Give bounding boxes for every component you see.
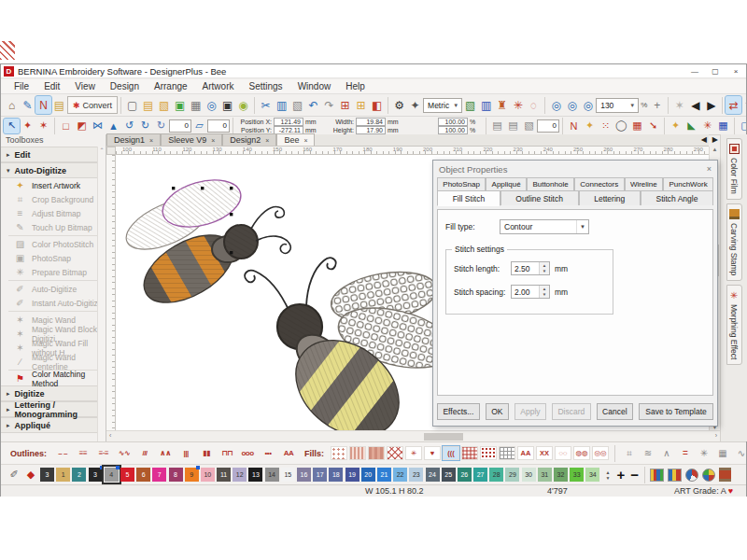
color-swatch-2[interactable]: 2 [72, 468, 86, 482]
pan-icon[interactable]: + [649, 96, 665, 114]
hoop-position-icon[interactable]: ▧ [521, 119, 537, 133]
outline-letters[interactable]: AA [279, 446, 298, 460]
magic-wand-select-icon[interactable]: ✶ [35, 119, 51, 133]
design-centre-icon[interactable]: ◌ [526, 96, 542, 114]
menu-file[interactable]: File [7, 81, 36, 91]
color-swatch-19[interactable]: 19 [345, 468, 359, 482]
outline-bars[interactable]: ||| [176, 446, 195, 460]
stitch-field-input[interactable]: 2.00▲▼ [511, 285, 550, 299]
color-swatch-29[interactable]: 29 [505, 468, 519, 482]
color-swatch-11[interactable]: 11 [217, 468, 231, 482]
toolbox-section-digitize[interactable]: ▸Digitize [1, 385, 106, 401]
polygon-select-icon[interactable]: ✦ [20, 119, 35, 133]
undo-icon[interactable]: ↶ [305, 96, 321, 114]
outline-dash-dot[interactable]: ≡·≡ [94, 446, 113, 460]
fill-flower[interactable]: ✳ [405, 446, 422, 460]
outline-dash[interactable]: – – [53, 446, 72, 460]
rotate-cw-45-icon[interactable]: ↻ [137, 119, 153, 133]
color-swatch-24[interactable]: 24 [426, 468, 440, 482]
menu-help[interactable]: Help [338, 81, 373, 91]
paste-icon[interactable]: ▧ [289, 96, 305, 114]
thread-spool-icon[interactable] [719, 468, 731, 482]
canvas-horizontal-scrollbar[interactable]: ‹ › [106, 430, 720, 441]
fill-waves[interactable]: ((( [443, 446, 459, 460]
hoop-outline-icon[interactable]: ▢ [738, 119, 746, 133]
toolbox-item-color-matching-method[interactable]: ⚑Color Matching Method [1, 371, 106, 385]
panel-tab-morphing-effect[interactable]: ✳Morphing Effect [726, 285, 742, 365]
color-swatch-32[interactable]: 32 [554, 468, 568, 482]
hoop-template-icon[interactable]: ▤ [489, 119, 505, 133]
menu-edit[interactable]: Edit [36, 81, 67, 91]
hscroll-thumb[interactable] [424, 433, 463, 441]
color-swatch-34[interactable]: 34 [585, 468, 599, 482]
design-tab-design1[interactable]: Design1× [106, 133, 161, 146]
morphing-effect-icon[interactable]: ✳ [510, 96, 526, 114]
rotate-angle-input[interactable]: 0 [169, 119, 191, 133]
zoom-select[interactable]: 130▼ [596, 98, 639, 113]
menu-settings[interactable]: Settings [241, 81, 289, 91]
color-swatch-13[interactable]: 13 [248, 468, 262, 482]
effect-mesh-icon[interactable]: ▦ [714, 446, 731, 460]
next-object-icon[interactable]: ▶ [703, 96, 719, 114]
carving-stamp-icon[interactable]: ♜ [494, 96, 510, 114]
hoop-settings-icon[interactable]: ✦ [407, 96, 423, 114]
pattern-fill-icon[interactable]: ▦ [629, 119, 645, 133]
new-design-icon[interactable]: ▢ [124, 96, 140, 114]
color-swatch-9[interactable]: 9 [185, 468, 199, 482]
chevron-down-icon[interactable]: ▼ [576, 220, 588, 233]
toolbox-section-appliqu-[interactable]: ▸Appliqué [1, 417, 106, 433]
color-swatch-22[interactable]: 22 [393, 468, 407, 482]
zoom-1to1-icon[interactable]: ◎ [548, 96, 564, 114]
toolbox-section-lettering-monogramming[interactable]: ▸Lettering / Monogramming [1, 401, 106, 417]
color-swatch-28[interactable]: 28 [489, 468, 503, 482]
color-swatch-3[interactable]: 3 [89, 468, 103, 482]
color-swatch-23[interactable]: 23 [409, 468, 423, 482]
toolboxes-scrollbar[interactable]: ⌃ [97, 147, 106, 441]
insert-embroidery-icon[interactable]: ⊞ [353, 96, 369, 114]
hoop-icon[interactable]: ◉ [235, 96, 251, 114]
color-swatch-27[interactable]: 27 [473, 468, 487, 482]
zoom-icon[interactable]: ◎ [580, 96, 596, 114]
convert-button[interactable]: ✱Convert [67, 96, 118, 114]
color-swatch-14[interactable]: 14 [265, 468, 279, 482]
color-swatch-4[interactable]: 4 [105, 468, 119, 482]
color-swatch-16[interactable]: 16 [297, 468, 311, 482]
fill-heart[interactable]: ♥ [424, 446, 441, 460]
shapes-icon[interactable]: ◣ [684, 119, 699, 133]
dialog-tab-photosnap[interactable]: PhotoSnap [437, 177, 486, 190]
color-swatch-15[interactable]: 15 [281, 468, 295, 482]
effect-texture-icon[interactable]: ≋ [640, 446, 656, 460]
outline-triple[interactable]: ≡≡ [74, 446, 92, 460]
eyedropper-icon[interactable]: ✐ [7, 468, 21, 483]
outline-blocks[interactable]: ▮▮ [197, 446, 216, 460]
scale-icon[interactable]: ◩ [74, 119, 90, 133]
color-swatch-8[interactable]: 8 [169, 468, 183, 482]
fill-checker[interactable] [461, 446, 478, 460]
toolbox-section-edit[interactable]: ▸Edit [1, 147, 106, 162]
outline-shape-icon[interactable]: ◯ [613, 119, 629, 133]
dialog-tab-lettering[interactable]: Lettering [579, 190, 641, 205]
fill-stripe[interactable] [349, 446, 366, 460]
fill-grid[interactable] [499, 446, 515, 460]
design-tab-design2[interactable]: Design2× [222, 133, 276, 146]
tab-scroll-left-icon[interactable]: ◀ [701, 135, 707, 144]
write-to-machine-icon[interactable]: ▣ [219, 96, 235, 114]
dialog-tab-outline-stitch[interactable]: Outline Stitch [500, 190, 579, 205]
paint-bucket-icon[interactable]: ◆ [23, 468, 38, 483]
overlap-icon[interactable]: ◧ [369, 96, 385, 114]
dialog-tab-fill-stitch[interactable]: Fill Stitch [437, 190, 500, 206]
dialog-title-bar[interactable]: Object Properties × [433, 161, 717, 177]
outline-dots[interactable]: ••• [259, 446, 277, 460]
redo-icon[interactable]: ↷ [321, 96, 337, 114]
tab-scroll-right-icon[interactable]: ▶ [712, 135, 718, 144]
save-design-icon[interactable]: ▣ [172, 96, 188, 114]
units-select[interactable]: Metric▼ [423, 98, 462, 113]
color-swatch-5[interactable]: 5 [120, 468, 134, 482]
effects--button[interactable]: Effects... [437, 403, 480, 420]
insert-picture-icon[interactable]: ▧ [156, 96, 172, 114]
flower-fill-icon[interactable]: ✳ [699, 119, 715, 133]
menu-view[interactable]: View [67, 81, 103, 91]
transform-value-input[interactable]: 100.00 [438, 118, 468, 126]
copy-icon[interactable]: ▥ [274, 96, 289, 114]
select-icon[interactable]: ↖ [4, 119, 20, 133]
